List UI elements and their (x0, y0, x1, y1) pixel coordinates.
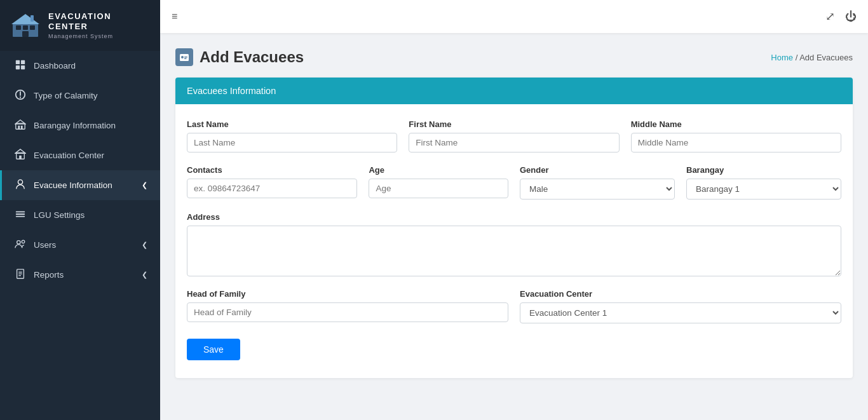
chevron-right-icon: ❮ (142, 241, 147, 249)
family-row: Head of Family Evacuation Center Evacuat… (187, 289, 841, 323)
sidebar-item-label: Users (34, 240, 56, 250)
barangay-icon (15, 119, 26, 132)
last-name-group: Last Name (187, 119, 397, 152)
svg-point-23 (17, 241, 20, 244)
svg-rect-3 (23, 25, 28, 30)
sidebar-item-label: LGU Settings (34, 210, 85, 220)
gender-label: Gender (520, 165, 675, 175)
svg-rect-5 (22, 31, 29, 37)
age-input[interactable] (369, 179, 508, 198)
breadcrumb-current: Add Evacuees (799, 53, 853, 62)
page-title-row: Add Evacuees (175, 48, 304, 66)
sidebar-item-dashboard[interactable]: Dashboard (0, 51, 160, 81)
barangay-select[interactable]: Barangay 1 Barangay 2 Barangay 3 (686, 179, 841, 200)
gender-group: Gender Male Female (520, 165, 675, 200)
svg-rect-13 (18, 126, 20, 129)
menu-icon: ≡ (172, 11, 177, 22)
sidebar-item-barangay-information[interactable]: Barangay Information (0, 111, 160, 140)
svg-rect-7 (16, 60, 20, 64)
breadcrumb-home[interactable]: Home (771, 53, 793, 62)
topbar-left: ≡ (172, 11, 177, 22)
save-button[interactable]: Save (187, 339, 240, 360)
address-group: Address (187, 212, 841, 276)
svg-rect-10 (21, 65, 25, 69)
svg-rect-21 (16, 213, 25, 215)
gender-select[interactable]: Male Female (520, 179, 675, 200)
chevron-right-icon: ❮ (142, 271, 147, 279)
address-label: Address (187, 212, 841, 222)
breadcrumb: Home / Add Evacuees (771, 53, 853, 62)
page-title: Add Evacuees (200, 48, 304, 66)
first-name-label: First Name (409, 119, 619, 129)
evacuation-center-select[interactable]: Evacuation Center 1 Evacuation Center 2 (520, 302, 841, 323)
sidebar-logo-icon (10, 13, 41, 38)
contacts-group: Contacts (187, 165, 357, 200)
topbar-right: ⤢ ⏻ (825, 10, 857, 24)
first-name-group: First Name (409, 119, 619, 152)
sidebar-header: EVACUATION CENTER Management System (0, 0, 160, 51)
sidebar-item-label: Dashboard (34, 61, 76, 71)
svg-rect-31 (184, 57, 187, 58)
reports-icon (15, 268, 26, 281)
settings-icon (15, 208, 26, 222)
evacuation-icon (15, 149, 26, 162)
sidebar-item-lgu-settings[interactable]: LGU Settings (0, 200, 160, 230)
contacts-input[interactable] (187, 179, 357, 198)
form-card: Evacuees Information Last Name First Nam… (175, 78, 853, 378)
evacuee-icon (15, 179, 26, 192)
middle-name-group: Middle Name (631, 119, 841, 152)
svg-rect-9 (16, 65, 20, 69)
svg-rect-14 (21, 126, 23, 129)
svg-point-30 (181, 56, 184, 58)
sidebar-subtitle: Management System (48, 33, 150, 39)
svg-rect-20 (16, 212, 25, 213)
page-title-icon (175, 48, 193, 66)
dashboard-icon (15, 59, 26, 72)
svg-point-24 (22, 240, 25, 243)
sidebar-item-reports[interactable]: Reports ❮ (0, 260, 160, 290)
last-name-input[interactable] (187, 133, 397, 152)
contacts-label: Contacts (187, 165, 357, 175)
age-label: Age (369, 165, 508, 175)
sidebar-item-evacuee-information[interactable]: Evacuee Information ❮ (0, 170, 160, 200)
users-icon (15, 238, 26, 252)
svg-rect-4 (30, 25, 35, 30)
head-of-family-group: Head of Family (187, 289, 508, 323)
calamity-icon (15, 89, 26, 102)
chevron-right-icon: ❮ (142, 181, 147, 189)
fullscreen-icon: ⤢ (825, 10, 835, 23)
sidebar-item-label: Reports (34, 270, 64, 280)
svg-marker-1 (11, 14, 39, 24)
sidebar-item-label: Barangay Information (34, 121, 116, 130)
menu-toggle-button[interactable]: ≡ (172, 11, 177, 22)
svg-rect-8 (21, 60, 25, 64)
head-of-family-input[interactable] (187, 302, 508, 322)
svg-rect-32 (184, 58, 187, 60)
contact-row: Contacts Age Gender Male Female (187, 165, 841, 200)
head-of-family-label: Head of Family (187, 289, 508, 299)
page-header: Add Evacuees Home / Add Evacuees (175, 48, 853, 66)
topbar: ≡ ⤢ ⏻ (160, 0, 868, 33)
sidebar-item-evacuation-center[interactable]: Evacuation Center (0, 140, 160, 170)
fullscreen-button[interactable]: ⤢ (825, 10, 835, 24)
power-icon: ⏻ (845, 10, 857, 23)
barangay-group: Barangay Barangay 1 Barangay 2 Barangay … (686, 165, 841, 200)
sidebar-item-label: Type of Calamity (34, 91, 98, 100)
content-area: Add Evacuees Home / Add Evacuees Evacuee… (160, 33, 868, 420)
svg-rect-18 (19, 156, 22, 159)
sidebar-item-users[interactable]: Users ❮ (0, 230, 160, 260)
middle-name-label: Middle Name (631, 119, 841, 129)
first-name-input[interactable] (409, 133, 619, 152)
form-body: Last Name First Name Middle Name (175, 104, 853, 378)
nav-list: Dashboard Type of Calamity Barangay Info… (0, 51, 160, 290)
svg-rect-2 (16, 25, 21, 30)
power-button[interactable]: ⏻ (845, 10, 857, 24)
form-section-title: Evacuees Information (187, 86, 276, 96)
svg-rect-6 (31, 15, 34, 22)
sidebar-item-type-of-calamity[interactable]: Type of Calamity (0, 81, 160, 111)
svg-point-19 (18, 180, 22, 184)
name-row: Last Name First Name Middle Name (187, 119, 841, 152)
middle-name-input[interactable] (631, 133, 841, 152)
address-textarea[interactable] (187, 226, 841, 276)
evacuation-center-label: Evacuation Center (520, 289, 841, 299)
